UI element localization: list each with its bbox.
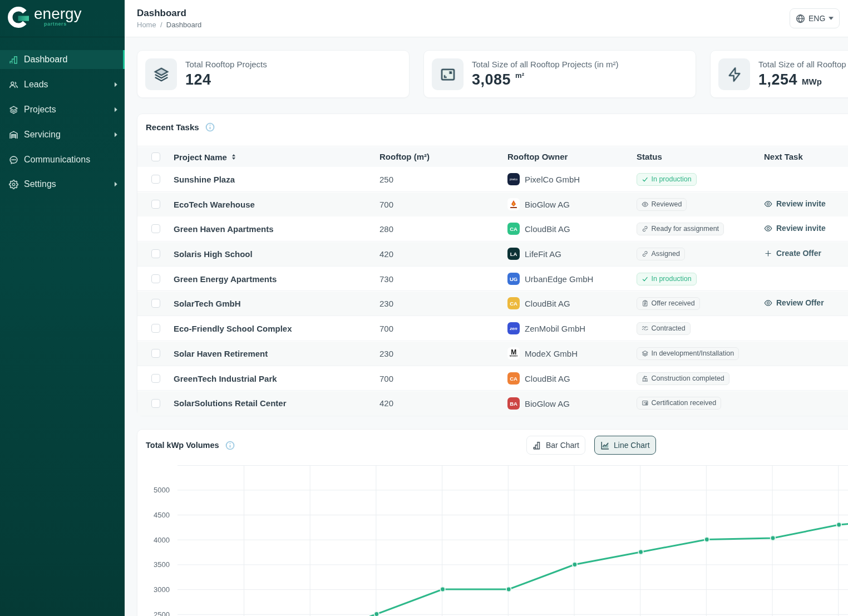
svg-text:2500: 2500 — [154, 610, 170, 616]
svg-text:3500: 3500 — [154, 560, 170, 569]
svg-text:5000: 5000 — [154, 486, 170, 494]
svg-text:4500: 4500 — [154, 511, 170, 519]
svg-text:4000: 4000 — [154, 536, 170, 544]
svg-text:3000: 3000 — [154, 585, 170, 594]
